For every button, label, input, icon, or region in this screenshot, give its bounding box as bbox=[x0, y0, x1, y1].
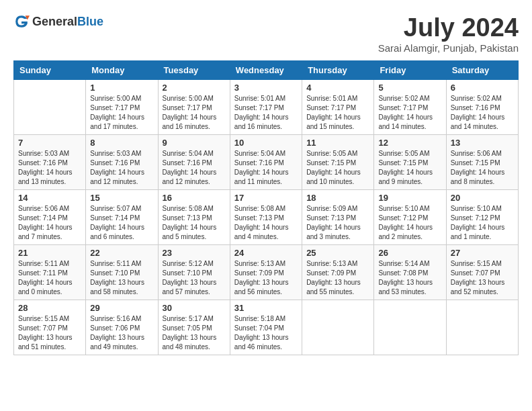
day-number: 15 bbox=[90, 193, 153, 203]
calendar-cell: 25 Sunrise: 5:13 AM Sunset: 7:09 PM Dayl… bbox=[302, 245, 374, 300]
day-info: Sunrise: 5:00 AM Sunset: 7:17 PM Dayligh… bbox=[90, 94, 153, 132]
calendar-cell: 10 Sunrise: 5:04 AM Sunset: 7:16 PM Dayl… bbox=[230, 135, 302, 190]
day-info: Sunrise: 5:15 AM Sunset: 7:07 PM Dayligh… bbox=[18, 314, 81, 352]
calendar-cell: 28 Sunrise: 5:15 AM Sunset: 7:07 PM Dayl… bbox=[14, 300, 86, 355]
day-number: 23 bbox=[163, 248, 226, 258]
logo: GeneralBlue bbox=[13, 13, 103, 30]
day-info: Sunrise: 5:11 AM Sunset: 7:11 PM Dayligh… bbox=[18, 259, 81, 297]
calendar-cell: 23 Sunrise: 5:12 AM Sunset: 7:10 PM Dayl… bbox=[158, 245, 230, 300]
day-number: 27 bbox=[451, 248, 514, 258]
col-header-tuesday: Tuesday bbox=[158, 61, 230, 80]
calendar-cell: 9 Sunrise: 5:04 AM Sunset: 7:16 PM Dayli… bbox=[158, 135, 230, 190]
day-number: 6 bbox=[451, 83, 514, 93]
day-number: 8 bbox=[90, 138, 153, 148]
day-number: 16 bbox=[163, 193, 226, 203]
day-number: 17 bbox=[234, 193, 298, 203]
day-info: Sunrise: 5:02 AM Sunset: 7:16 PM Dayligh… bbox=[451, 94, 514, 132]
calendar-cell: 24 Sunrise: 5:13 AM Sunset: 7:09 PM Dayl… bbox=[230, 245, 302, 300]
col-header-monday: Monday bbox=[86, 61, 158, 80]
calendar-cell: 22 Sunrise: 5:11 AM Sunset: 7:10 PM Dayl… bbox=[86, 245, 158, 300]
day-info: Sunrise: 5:13 AM Sunset: 7:09 PM Dayligh… bbox=[234, 259, 298, 297]
calendar-cell: 17 Sunrise: 5:08 AM Sunset: 7:13 PM Dayl… bbox=[230, 190, 302, 245]
day-info: Sunrise: 5:03 AM Sunset: 7:16 PM Dayligh… bbox=[18, 149, 81, 187]
day-number: 22 bbox=[90, 248, 153, 258]
day-info: Sunrise: 5:01 AM Sunset: 7:17 PM Dayligh… bbox=[234, 94, 298, 132]
calendar-cell: 19 Sunrise: 5:10 AM Sunset: 7:12 PM Dayl… bbox=[374, 190, 446, 245]
calendar-cell: 26 Sunrise: 5:14 AM Sunset: 7:08 PM Dayl… bbox=[374, 245, 446, 300]
day-number: 14 bbox=[18, 193, 81, 203]
calendar-cell: 4 Sunrise: 5:01 AM Sunset: 7:17 PM Dayli… bbox=[302, 80, 374, 135]
calendar-cell bbox=[374, 300, 446, 355]
calendar-header-row: SundayMondayTuesdayWednesdayThursdayFrid… bbox=[14, 61, 519, 80]
month-title: July 2024 bbox=[378, 13, 519, 42]
calendar-cell bbox=[446, 300, 518, 355]
col-header-saturday: Saturday bbox=[446, 61, 518, 80]
calendar-cell: 18 Sunrise: 5:09 AM Sunset: 7:13 PM Dayl… bbox=[302, 190, 374, 245]
day-number: 24 bbox=[234, 248, 298, 258]
calendar-week-5: 28 Sunrise: 5:15 AM Sunset: 7:07 PM Dayl… bbox=[14, 300, 519, 355]
calendar-cell bbox=[14, 80, 86, 135]
calendar-cell: 6 Sunrise: 5:02 AM Sunset: 7:16 PM Dayli… bbox=[446, 80, 518, 135]
day-info: Sunrise: 5:15 AM Sunset: 7:07 PM Dayligh… bbox=[451, 259, 514, 297]
day-info: Sunrise: 5:06 AM Sunset: 7:15 PM Dayligh… bbox=[451, 149, 514, 187]
calendar-cell: 14 Sunrise: 5:06 AM Sunset: 7:14 PM Dayl… bbox=[14, 190, 86, 245]
day-info: Sunrise: 5:17 AM Sunset: 7:05 PM Dayligh… bbox=[163, 314, 226, 352]
calendar-cell: 2 Sunrise: 5:00 AM Sunset: 7:17 PM Dayli… bbox=[158, 80, 230, 135]
day-number: 30 bbox=[163, 303, 226, 313]
day-info: Sunrise: 5:11 AM Sunset: 7:10 PM Dayligh… bbox=[90, 259, 153, 297]
day-number: 3 bbox=[234, 83, 298, 93]
title-block: July 2024 Sarai Alamgir, Punjab, Pakista… bbox=[378, 13, 519, 54]
calendar-cell: 16 Sunrise: 5:08 AM Sunset: 7:13 PM Dayl… bbox=[158, 190, 230, 245]
calendar-cell: 8 Sunrise: 5:03 AM Sunset: 7:16 PM Dayli… bbox=[86, 135, 158, 190]
day-info: Sunrise: 5:09 AM Sunset: 7:13 PM Dayligh… bbox=[306, 204, 369, 242]
calendar-cell: 5 Sunrise: 5:02 AM Sunset: 7:17 PM Dayli… bbox=[374, 80, 446, 135]
day-info: Sunrise: 5:14 AM Sunset: 7:08 PM Dayligh… bbox=[378, 259, 441, 297]
logo-blue: Blue bbox=[77, 15, 103, 28]
calendar-week-3: 14 Sunrise: 5:06 AM Sunset: 7:14 PM Dayl… bbox=[14, 190, 519, 245]
day-number: 11 bbox=[306, 138, 369, 148]
day-info: Sunrise: 5:00 AM Sunset: 7:17 PM Dayligh… bbox=[163, 94, 226, 132]
day-number: 1 bbox=[90, 83, 153, 93]
calendar-cell: 3 Sunrise: 5:01 AM Sunset: 7:17 PM Dayli… bbox=[230, 80, 302, 135]
calendar-cell: 30 Sunrise: 5:17 AM Sunset: 7:05 PM Dayl… bbox=[158, 300, 230, 355]
calendar-week-1: 1 Sunrise: 5:00 AM Sunset: 7:17 PM Dayli… bbox=[14, 80, 519, 135]
logo-icon bbox=[13, 13, 30, 30]
day-info: Sunrise: 5:07 AM Sunset: 7:14 PM Dayligh… bbox=[90, 204, 153, 242]
col-header-friday: Friday bbox=[374, 61, 446, 80]
day-number: 25 bbox=[306, 248, 369, 258]
day-number: 13 bbox=[451, 138, 514, 148]
col-header-thursday: Thursday bbox=[302, 61, 374, 80]
day-number: 9 bbox=[163, 138, 226, 148]
day-number: 10 bbox=[234, 138, 298, 148]
calendar-cell: 7 Sunrise: 5:03 AM Sunset: 7:16 PM Dayli… bbox=[14, 135, 86, 190]
day-number: 18 bbox=[306, 193, 369, 203]
calendar-week-2: 7 Sunrise: 5:03 AM Sunset: 7:16 PM Dayli… bbox=[14, 135, 519, 190]
day-info: Sunrise: 5:10 AM Sunset: 7:12 PM Dayligh… bbox=[451, 204, 514, 242]
col-header-sunday: Sunday bbox=[14, 61, 86, 80]
day-number: 5 bbox=[378, 83, 441, 93]
calendar-table: SundayMondayTuesdayWednesdayThursdayFrid… bbox=[13, 60, 519, 355]
calendar-cell: 21 Sunrise: 5:11 AM Sunset: 7:11 PM Dayl… bbox=[14, 245, 86, 300]
day-number: 21 bbox=[18, 248, 81, 258]
day-number: 12 bbox=[378, 138, 441, 148]
day-info: Sunrise: 5:05 AM Sunset: 7:15 PM Dayligh… bbox=[378, 149, 441, 187]
day-number: 2 bbox=[163, 83, 226, 93]
day-number: 26 bbox=[378, 248, 441, 258]
day-info: Sunrise: 5:06 AM Sunset: 7:14 PM Dayligh… bbox=[18, 204, 81, 242]
day-number: 4 bbox=[306, 83, 369, 93]
calendar-cell: 1 Sunrise: 5:00 AM Sunset: 7:17 PM Dayli… bbox=[86, 80, 158, 135]
calendar-cell: 20 Sunrise: 5:10 AM Sunset: 7:12 PM Dayl… bbox=[446, 190, 518, 245]
day-number: 20 bbox=[451, 193, 514, 203]
day-info: Sunrise: 5:01 AM Sunset: 7:17 PM Dayligh… bbox=[306, 94, 369, 132]
logo-text: GeneralBlue bbox=[32, 15, 103, 29]
calendar-cell: 29 Sunrise: 5:16 AM Sunset: 7:06 PM Dayl… bbox=[86, 300, 158, 355]
day-info: Sunrise: 5:02 AM Sunset: 7:17 PM Dayligh… bbox=[378, 94, 441, 132]
day-info: Sunrise: 5:08 AM Sunset: 7:13 PM Dayligh… bbox=[234, 204, 298, 242]
day-info: Sunrise: 5:04 AM Sunset: 7:16 PM Dayligh… bbox=[234, 149, 298, 187]
day-info: Sunrise: 5:13 AM Sunset: 7:09 PM Dayligh… bbox=[306, 259, 369, 297]
day-info: Sunrise: 5:05 AM Sunset: 7:15 PM Dayligh… bbox=[306, 149, 369, 187]
day-info: Sunrise: 5:18 AM Sunset: 7:04 PM Dayligh… bbox=[234, 314, 298, 352]
calendar-cell: 31 Sunrise: 5:18 AM Sunset: 7:04 PM Dayl… bbox=[230, 300, 302, 355]
day-number: 7 bbox=[18, 138, 81, 148]
location-title: Sarai Alamgir, Punjab, Pakistan bbox=[378, 42, 519, 54]
